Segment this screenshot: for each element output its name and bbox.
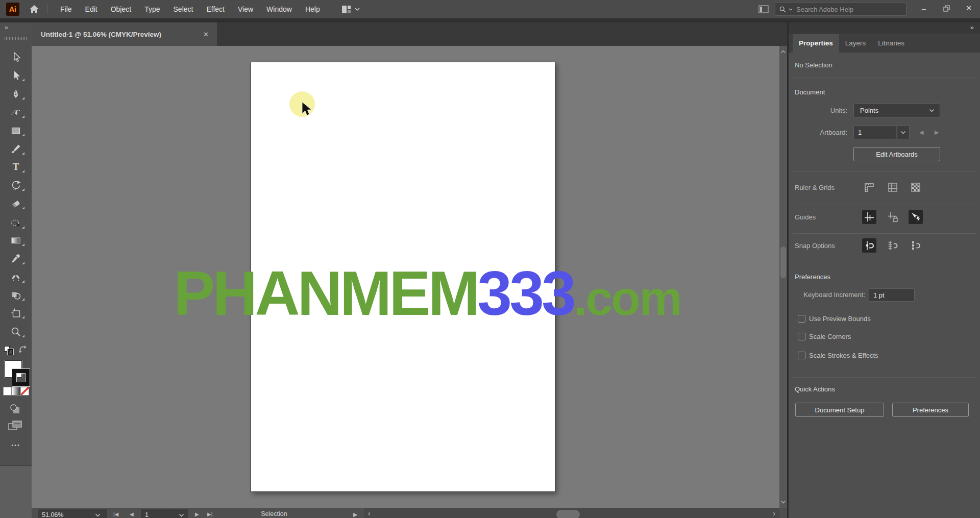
menu-window[interactable]: Window bbox=[260, 0, 299, 18]
zoom-level-box[interactable]: 51.06% bbox=[38, 509, 89, 518]
toolbar-grip[interactable] bbox=[5, 37, 27, 40]
horizontal-scrollbar[interactable]: ‹ › bbox=[364, 508, 779, 518]
use-preview-bounds-checkbox[interactable] bbox=[798, 315, 805, 323]
rotate-tool[interactable] bbox=[0, 177, 32, 193]
toolbar-expand-icon[interactable]: » bbox=[5, 24, 8, 31]
document-tab[interactable]: Untitled-1 @ 51.06% (CMYK/Preview) ✕ bbox=[32, 22, 217, 46]
artboard-nav-dropdown[interactable] bbox=[175, 509, 188, 518]
vertical-scrollbar[interactable] bbox=[779, 46, 787, 508]
swap-fill-stroke-icon[interactable] bbox=[18, 345, 27, 354]
previous-artboard-arrow[interactable]: ◀ bbox=[919, 129, 923, 136]
restore-button[interactable] bbox=[935, 0, 958, 16]
tab-layers[interactable]: Layers bbox=[839, 34, 872, 53]
pen-tool[interactable] bbox=[0, 86, 32, 102]
search-input[interactable] bbox=[795, 5, 902, 14]
none-swatch-button[interactable] bbox=[20, 387, 29, 396]
ai-logo[interactable]: Ai bbox=[6, 3, 19, 16]
default-fill-stroke-icon[interactable] bbox=[4, 346, 15, 355]
paintbrush-tool[interactable] bbox=[0, 141, 32, 157]
menubar-shadow-strip bbox=[0, 18, 980, 22]
selection-tool[interactable] bbox=[0, 49, 32, 65]
arrange-documents-button[interactable] bbox=[758, 5, 769, 13]
previous-artboard-button[interactable]: ◀ bbox=[130, 511, 134, 517]
menu-help[interactable]: Help bbox=[299, 0, 327, 18]
home-button[interactable] bbox=[28, 3, 41, 16]
eyedropper-tool[interactable] bbox=[0, 251, 32, 267]
gradient-tool[interactable] bbox=[0, 232, 32, 249]
scroll-down-icon[interactable] bbox=[780, 500, 786, 504]
last-artboard-button[interactable]: ▶| bbox=[207, 511, 212, 517]
menu-edit[interactable]: Edit bbox=[79, 0, 104, 18]
first-artboard-button[interactable]: |◀ bbox=[113, 511, 118, 517]
snap-options-label: Snap Options bbox=[795, 242, 835, 250]
drawing-modes-icon[interactable] bbox=[9, 403, 22, 415]
puppet-warp-tool[interactable] bbox=[0, 269, 32, 285]
canvas-area[interactable]: PHANMEM333.com bbox=[32, 46, 779, 508]
document-setup-button[interactable]: Document Setup bbox=[795, 403, 884, 417]
stroke-color-swatch[interactable] bbox=[12, 369, 30, 386]
menu-file[interactable]: File bbox=[54, 0, 79, 18]
zoom-dropdown-button[interactable] bbox=[88, 509, 107, 518]
artboard-label: Artboard: bbox=[789, 126, 847, 139]
eraser-tool[interactable] bbox=[0, 195, 32, 212]
vertical-scroll-thumb[interactable] bbox=[780, 246, 786, 278]
show-guides-button[interactable] bbox=[862, 210, 876, 224]
direct-selection-tool[interactable] bbox=[0, 67, 32, 84]
snap-to-pixel-button[interactable] bbox=[909, 238, 923, 253]
screen-mode-icon[interactable] bbox=[8, 420, 23, 432]
menu-select[interactable]: Select bbox=[167, 0, 200, 18]
scale-strokes-effects-checkbox[interactable] bbox=[798, 352, 805, 359]
shape-builder-tool[interactable] bbox=[0, 287, 32, 303]
type-tool[interactable]: T bbox=[0, 159, 32, 175]
menubar-separator bbox=[333, 4, 333, 14]
keyboard-increment-input[interactable]: 1 pt bbox=[869, 288, 915, 302]
artboard-nav-box[interactable]: 1 bbox=[141, 509, 178, 518]
scroll-left-icon[interactable]: ‹ bbox=[368, 509, 371, 517]
help-search-box[interactable] bbox=[775, 3, 906, 16]
color-swatch-button[interactable] bbox=[3, 387, 12, 396]
panel-body: No Selection Document Units: Points Artb… bbox=[789, 53, 980, 518]
shaper-tool[interactable] bbox=[0, 215, 32, 231]
docs-arrange-icon bbox=[758, 5, 769, 13]
chevron-down-icon bbox=[789, 8, 793, 11]
show-rulers-button[interactable] bbox=[862, 180, 876, 194]
snap-to-grid-button[interactable] bbox=[886, 238, 900, 253]
next-artboard-arrow[interactable]: ▶ bbox=[935, 129, 939, 136]
show-grid-button[interactable] bbox=[886, 180, 900, 194]
menu-type[interactable]: Type bbox=[138, 0, 166, 18]
status-expand-icon[interactable]: ▶ bbox=[353, 511, 357, 518]
workspace-switcher[interactable] bbox=[339, 5, 362, 14]
next-artboard-button[interactable]: ▶ bbox=[195, 511, 199, 517]
minimize-button[interactable]: – bbox=[913, 0, 935, 16]
horizontal-scroll-thumb[interactable] bbox=[556, 510, 580, 518]
units-dropdown[interactable]: Points bbox=[853, 104, 940, 117]
zoom-tool[interactable] bbox=[0, 324, 32, 340]
collapse-panel-icon[interactable]: » bbox=[970, 23, 974, 31]
artboard-dropdown-button[interactable] bbox=[897, 126, 910, 139]
scale-corners-checkbox[interactable] bbox=[798, 333, 805, 340]
lock-guides-button[interactable] bbox=[886, 210, 900, 224]
edit-artboards-button[interactable]: Edit Artboards bbox=[853, 147, 940, 161]
close-button[interactable]: ✕ bbox=[958, 0, 980, 16]
curvature-tool[interactable] bbox=[0, 104, 32, 120]
units-value: Points bbox=[854, 107, 878, 114]
mouse-cursor-icon bbox=[301, 102, 314, 117]
scroll-up-icon[interactable] bbox=[780, 50, 786, 54]
scroll-right-icon[interactable]: › bbox=[773, 509, 775, 517]
menu-object[interactable]: Object bbox=[104, 0, 138, 18]
show-transparency-grid-button[interactable] bbox=[909, 180, 923, 194]
rectangle-tool[interactable] bbox=[0, 122, 32, 139]
tab-properties[interactable]: Properties bbox=[793, 34, 839, 53]
snap-to-point-button[interactable] bbox=[862, 238, 876, 253]
document-section-title: Document bbox=[795, 88, 825, 96]
more-tools-icon[interactable]: ••• bbox=[0, 442, 32, 448]
preferences-button[interactable]: Preferences bbox=[892, 403, 969, 417]
menu-view[interactable]: View bbox=[231, 0, 260, 18]
tab-libraries[interactable]: Libraries bbox=[872, 34, 911, 53]
close-tab-icon[interactable]: ✕ bbox=[203, 31, 209, 38]
menu-effect[interactable]: Effect bbox=[200, 0, 231, 18]
gradient-swatch-button[interactable] bbox=[12, 387, 20, 396]
artboard-tool[interactable] bbox=[0, 305, 32, 321]
artboard-number-input[interactable]: 1 bbox=[853, 126, 896, 139]
smart-guides-button[interactable] bbox=[909, 210, 923, 224]
